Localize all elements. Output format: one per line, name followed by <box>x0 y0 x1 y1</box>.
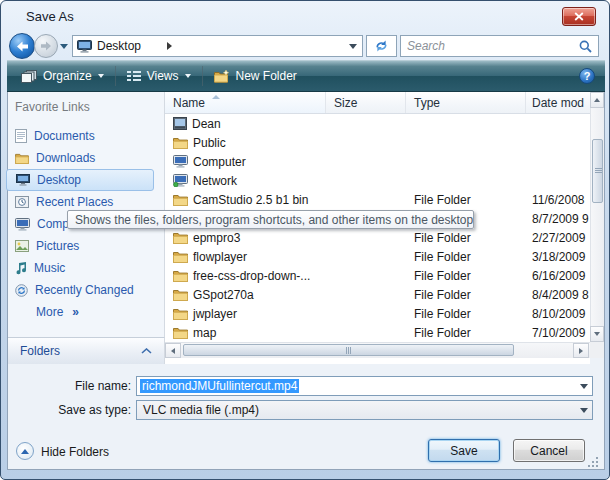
sidebar-item-pictures[interactable]: Pictures <box>6 235 154 257</box>
column-header-date-modified[interactable]: Date mod <box>526 92 590 113</box>
sort-ascending-icon <box>212 95 220 99</box>
horizontal-scrollbar[interactable] <box>165 342 590 358</box>
table-row[interactable]: GSpot270a File Folder 8/4/2009 8 <box>165 285 590 304</box>
table-row[interactable]: jwplayer File Folder 8/10/2009 <box>165 304 590 323</box>
column-header-type[interactable]: Type <box>406 92 526 113</box>
folder-icon <box>173 308 188 320</box>
folder-icon <box>173 137 188 149</box>
save-as-type-label: Save as type: <box>21 403 131 417</box>
scroll-left-button[interactable] <box>165 343 181 358</box>
file-type: File Folder <box>406 288 526 302</box>
table-row[interactable]: epmpro3 File Folder 2/27/2009 <box>165 228 590 247</box>
folder-icon <box>173 194 188 206</box>
table-row[interactable]: free-css-drop-down-... File Folder 6/16/… <box>165 266 590 285</box>
sidebar-more-link[interactable]: More » <box>6 301 154 323</box>
save-as-type-select[interactable]: VLC media file (.mp4) <box>136 400 593 420</box>
address-dropdown-button[interactable] <box>344 36 362 56</box>
documents-icon <box>15 129 27 143</box>
computer-icon <box>173 155 188 168</box>
table-row[interactable]: flowplayer File Folder 3/18/2009 <box>165 247 590 266</box>
sidebar-item-documents[interactable]: Documents <box>6 125 154 147</box>
close-button[interactable] <box>562 7 596 26</box>
file-name: Computer <box>193 155 246 169</box>
breadcrumb-arrow-icon[interactable] <box>167 42 172 50</box>
save-as-type-dropdown-button[interactable] <box>575 401 592 419</box>
toolbar-separator <box>202 66 203 86</box>
table-row[interactable]: Computer <box>165 152 590 171</box>
folder-icon <box>173 232 188 244</box>
new-folder-button[interactable]: New Folder <box>206 64 305 88</box>
file-name: GSpot270a <box>193 288 254 302</box>
organize-button[interactable]: Organize <box>13 64 112 88</box>
chevron-up-icon <box>141 348 152 354</box>
help-button[interactable] <box>579 68 595 84</box>
desktop-icon <box>16 174 30 186</box>
favorite-links-header: Favorite Links <box>15 100 90 114</box>
window-title: Save As <box>26 9 74 24</box>
file-date: 8/7/2009 9 <box>526 212 590 226</box>
table-row[interactable]: Network <box>165 171 590 190</box>
tooltip: Shows the files, folders, program shortc… <box>67 210 474 229</box>
hide-folders-label[interactable]: Hide Folders <box>41 445 109 459</box>
recent-pages-dropdown[interactable] <box>60 44 68 49</box>
file-date: 6/16/2009 <box>526 269 590 283</box>
back-button[interactable] <box>9 33 35 59</box>
folders-expander[interactable]: Folders <box>8 337 165 364</box>
column-header-size[interactable]: Size <box>326 92 406 113</box>
file-name: CamStudio 2.5 b1 bin <box>193 193 308 207</box>
save-button[interactable]: Save <box>428 439 500 462</box>
file-name: Dean <box>192 117 221 131</box>
breadcrumb: Desktop <box>97 39 141 53</box>
triangle-up-icon <box>594 98 600 102</box>
vertical-scrollbar-thumb[interactable] <box>592 139 603 203</box>
file-name-dropdown-button[interactable] <box>575 377 592 395</box>
chevron-down-icon <box>349 44 357 49</box>
search-input[interactable] <box>407 39 579 53</box>
horizontal-scrollbar-thumb[interactable] <box>183 344 514 356</box>
new-folder-label: New Folder <box>236 69 297 83</box>
views-icon <box>127 70 141 82</box>
computer-icon <box>15 218 30 231</box>
file-name-input[interactable]: richmondJMUfullintercut.mp4 <box>136 376 593 396</box>
sidebar-item-music[interactable]: Music <box>6 257 154 279</box>
file-name: Public <box>193 136 226 150</box>
scroll-right-button[interactable] <box>573 343 589 358</box>
file-name: epmpro3 <box>193 231 240 245</box>
table-row[interactable]: map File Folder 7/10/2009 <box>165 323 590 342</box>
folder-icon <box>173 327 188 339</box>
file-type: File Folder <box>406 326 526 340</box>
double-chevron-icon: » <box>72 305 79 319</box>
refresh-button[interactable] <box>366 35 397 57</box>
scroll-down-button[interactable] <box>590 326 604 342</box>
more-label: More <box>36 305 63 319</box>
thumb-grip <box>595 168 602 169</box>
organize-label: Organize <box>43 69 92 83</box>
scroll-up-button[interactable] <box>590 92 604 108</box>
table-row[interactable]: Public <box>165 133 590 152</box>
vertical-scrollbar[interactable] <box>590 92 604 342</box>
network-icon <box>173 174 188 187</box>
hide-folders-button[interactable] <box>16 442 34 460</box>
views-button[interactable]: Views <box>119 64 199 88</box>
sidebar-item-recently-changed[interactable]: Recently Changed <box>6 279 154 301</box>
save-as-dialog: Save As Desktop Organize Views <box>0 0 610 480</box>
address-bar[interactable]: Desktop <box>72 35 363 57</box>
file-type: File Folder <box>406 307 526 321</box>
sidebar-item-desktop[interactable]: Desktop <box>6 169 154 191</box>
file-type: File Folder <box>406 269 526 283</box>
thumb-grip <box>346 347 347 354</box>
sidebar-item-downloads[interactable]: Downloads <box>6 147 154 169</box>
folder-icon <box>173 289 188 301</box>
downloads-folder-icon <box>15 153 29 164</box>
cancel-button[interactable]: Cancel <box>513 439 585 462</box>
file-name: free-css-drop-down-... <box>193 269 310 283</box>
table-row[interactable]: CamStudio 2.5 b1 bin File Folder 11/6/20… <box>165 190 590 209</box>
back-arrow-icon <box>16 41 29 52</box>
forward-button[interactable] <box>34 34 58 58</box>
table-row[interactable]: Dean <box>165 114 590 133</box>
new-folder-icon <box>214 70 230 83</box>
forward-arrow-icon <box>40 41 52 51</box>
resize-grip[interactable] <box>587 456 599 468</box>
file-date: 11/6/2008 <box>526 193 590 207</box>
column-header-name[interactable]: Name <box>165 92 326 113</box>
